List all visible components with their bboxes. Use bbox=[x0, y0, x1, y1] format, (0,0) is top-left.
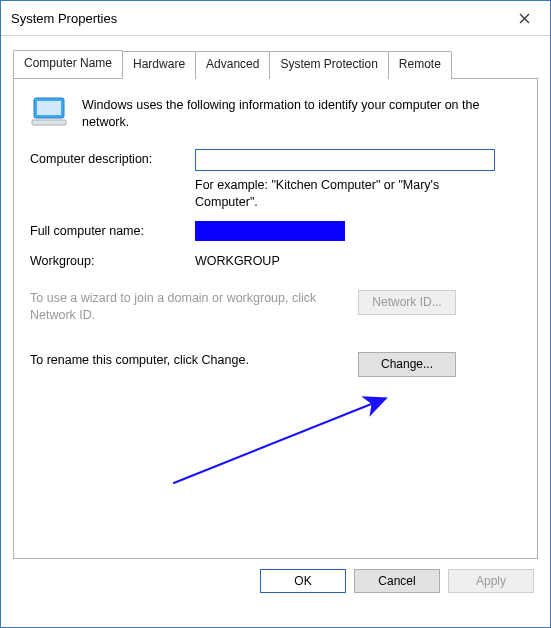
system-properties-dialog: System Properties Computer Name Hardware… bbox=[0, 0, 551, 628]
close-icon bbox=[519, 13, 530, 24]
description-label: Computer description: bbox=[30, 149, 195, 166]
apply-button: Apply bbox=[448, 569, 534, 593]
workgroup-label: Workgroup: bbox=[30, 251, 195, 268]
svg-rect-4 bbox=[32, 120, 66, 125]
intro-text: Windows uses the following information t… bbox=[82, 95, 492, 131]
networkid-text: To use a wizard to join a domain or work… bbox=[30, 290, 350, 324]
change-button[interactable]: Change... bbox=[358, 352, 456, 377]
network-id-button: Network ID... bbox=[358, 290, 456, 315]
window-title: System Properties bbox=[11, 11, 504, 26]
description-hint: For example: "Kitchen Computer" or "Mary… bbox=[195, 177, 495, 211]
close-button[interactable] bbox=[504, 5, 544, 31]
workgroup-value: WORKGROUP bbox=[195, 251, 521, 268]
fullname-value-redacted bbox=[195, 221, 345, 241]
cancel-button[interactable]: Cancel bbox=[354, 569, 440, 593]
computer-icon bbox=[30, 95, 70, 131]
computer-description-input[interactable] bbox=[195, 149, 495, 171]
tab-advanced[interactable]: Advanced bbox=[195, 51, 270, 79]
tab-remote[interactable]: Remote bbox=[388, 51, 452, 79]
svg-rect-3 bbox=[37, 101, 61, 115]
tabpage-computer-name: Windows uses the following information t… bbox=[13, 79, 538, 559]
fullname-label: Full computer name: bbox=[30, 221, 195, 238]
tabstrip: Computer Name Hardware Advanced System P… bbox=[13, 50, 538, 79]
tab-system-protection[interactable]: System Protection bbox=[269, 51, 388, 79]
ok-button[interactable]: OK bbox=[260, 569, 346, 593]
change-text: To rename this computer, click Change. bbox=[30, 352, 350, 369]
tab-computer-name[interactable]: Computer Name bbox=[13, 50, 123, 78]
svg-line-5 bbox=[173, 398, 386, 483]
titlebar: System Properties bbox=[1, 1, 550, 36]
dialog-buttonbar: OK Cancel Apply bbox=[1, 559, 550, 607]
tab-hardware[interactable]: Hardware bbox=[122, 51, 196, 79]
tabs-area: Computer Name Hardware Advanced System P… bbox=[1, 36, 550, 559]
